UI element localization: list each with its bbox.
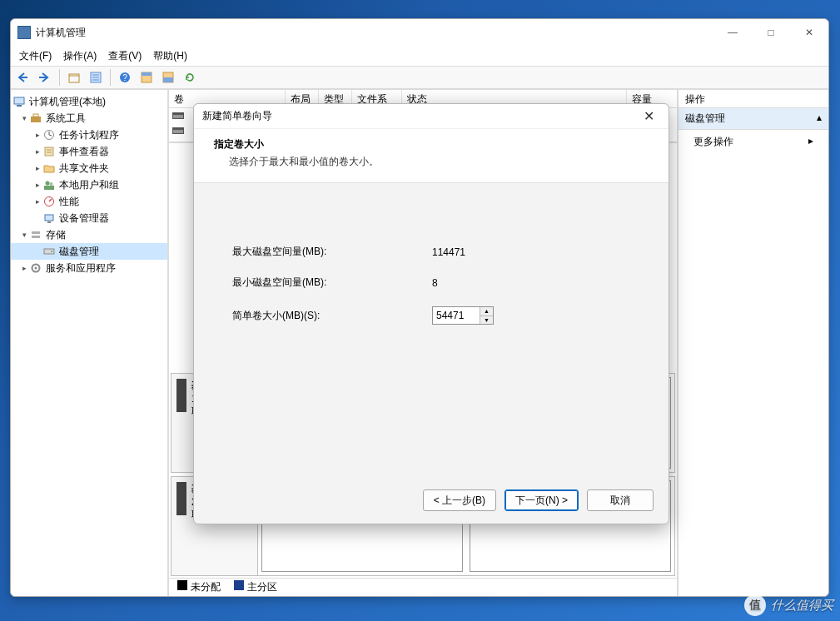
max-size-value: 114471	[432, 246, 630, 258]
svg-rect-25	[32, 231, 40, 234]
spin-up-button[interactable]: ▲	[480, 307, 493, 316]
perf-icon	[42, 195, 56, 208]
wizard-dialog: 新建简单卷向导 ✕ 指定卷大小 选择介于最大和最小值的卷大小。 最大磁盘空间量(…	[193, 103, 669, 524]
toolbar-refresh-icon[interactable]	[181, 68, 199, 87]
svg-rect-12	[17, 105, 22, 107]
event-icon	[42, 145, 56, 158]
chevron-down-icon[interactable]: ▾	[19, 114, 29, 122]
svg-point-20	[50, 182, 53, 186]
maximize-button[interactable]: □	[752, 20, 790, 45]
svg-rect-13	[31, 117, 41, 122]
svg-rect-10	[163, 77, 173, 82]
dialog-title: 新建简单卷向导	[202, 109, 272, 123]
svg-rect-21	[44, 186, 54, 190]
legend-unallocated-icon	[177, 580, 187, 590]
volume-size-spinner[interactable]: ▲ ▼	[432, 306, 494, 325]
tree-task[interactable]: ▸任务计划程序	[11, 127, 167, 143]
chevron-right-icon[interactable]: ▸	[32, 197, 42, 206]
tree-users[interactable]: ▸本地用户和组	[11, 176, 167, 193]
folder-share-icon	[42, 161, 56, 175]
tree-event[interactable]: ▸事件查看器	[11, 143, 167, 160]
menu-view[interactable]: 查看(V)	[103, 47, 147, 65]
toolbar: ?	[11, 66, 828, 89]
svg-rect-8	[142, 72, 152, 76]
minimize-button[interactable]: —	[713, 20, 752, 45]
tree-systools[interactable]: ▾系统工具	[11, 110, 167, 127]
dialog-footer: < 上一步(B) 下一页(N) > 取消	[194, 477, 669, 524]
max-size-label: 最大磁盘空间量(MB):	[232, 245, 432, 259]
toolbar-help-icon[interactable]: ?	[116, 68, 134, 87]
dialog-heading: 指定卷大小	[214, 137, 649, 152]
toolbar-view1-icon[interactable]	[137, 68, 156, 87]
cancel-button[interactable]: 取消	[587, 489, 654, 511]
toolbar-view2-icon[interactable]	[159, 68, 177, 87]
services-icon	[29, 261, 42, 275]
window-title: 计算机管理	[36, 26, 86, 40]
dialog-titlebar: 新建简单卷向导 ✕	[194, 104, 669, 129]
disk-icon	[42, 245, 56, 258]
svg-text:?: ?	[122, 73, 127, 82]
computer-icon	[12, 95, 26, 108]
chevron-right-icon[interactable]: ▸	[32, 181, 42, 189]
next-button[interactable]: 下一页(N) >	[504, 489, 579, 511]
app-icon	[17, 26, 31, 39]
chevron-right-icon[interactable]: ▸	[32, 164, 42, 172]
dialog-header: 指定卷大小 选择介于最大和最小值的卷大小。	[194, 129, 669, 183]
actions-more[interactable]: 更多操作▸	[678, 130, 828, 154]
tree-perf[interactable]: ▸性能	[11, 193, 167, 210]
tree-storage[interactable]: ▾存储	[11, 226, 167, 243]
toolbar-props-icon[interactable]	[87, 68, 105, 87]
chevron-down-icon[interactable]: ▾	[19, 231, 29, 239]
menu-file[interactable]: 文件(F)	[14, 47, 57, 65]
svg-point-28	[51, 251, 52, 252]
min-size-label: 最小磁盘空间量(MB):	[232, 276, 432, 290]
users-icon	[42, 178, 56, 191]
clock-icon	[42, 128, 56, 142]
chevron-right-icon: ▸	[808, 135, 813, 149]
nav-back-button[interactable]	[14, 68, 32, 87]
spin-down-button[interactable]: ▼	[480, 316, 493, 325]
svg-rect-27	[44, 249, 54, 254]
min-size-value: 8	[432, 277, 630, 289]
toolbar-up-icon[interactable]	[65, 68, 83, 87]
device-icon	[42, 211, 56, 225]
titlebar: 计算机管理 — □ ✕	[11, 19, 828, 46]
dialog-close-button[interactable]: ✕	[637, 108, 660, 124]
svg-rect-24	[47, 221, 51, 223]
tree-share[interactable]: ▸共享文件夹	[11, 160, 167, 176]
dialog-body: 最大磁盘空间量(MB): 114471 最小磁盘空间量(MB): 8 简单卷大小…	[194, 183, 669, 477]
svg-rect-11	[14, 97, 24, 104]
svg-rect-23	[45, 215, 53, 221]
close-button[interactable]: ✕	[790, 20, 828, 45]
watermark-icon: 值	[744, 594, 766, 616]
chevron-up-icon: ▴	[817, 112, 822, 126]
tree-diskmgmt[interactable]: 磁盘管理	[11, 243, 167, 260]
toolbox-icon	[29, 112, 42, 125]
svg-rect-26	[32, 236, 40, 238]
nav-forward-button[interactable]	[36, 68, 54, 87]
svg-point-30	[35, 267, 37, 270]
nav-tree[interactable]: 计算机管理(本地) ▾系统工具 ▸任务计划程序 ▸事件查看器 ▸共享文件夹 ▸本…	[11, 90, 169, 596]
actions-header: 操作	[678, 90, 828, 108]
menu-help[interactable]: 帮助(H)	[148, 47, 192, 65]
legend: 未分配 主分区	[169, 578, 677, 596]
svg-point-19	[46, 181, 50, 186]
tree-devmgr[interactable]: 设备管理器	[11, 210, 167, 226]
actions-group[interactable]: 磁盘管理▴	[678, 108, 828, 130]
svg-rect-16	[45, 147, 53, 156]
storage-icon	[29, 228, 42, 241]
chevron-right-icon[interactable]: ▸	[32, 131, 42, 139]
chevron-right-icon[interactable]: ▸	[19, 264, 29, 272]
svg-rect-14	[33, 114, 38, 117]
legend-primary-icon	[234, 580, 244, 590]
chevron-right-icon[interactable]: ▸	[32, 147, 42, 156]
volume-size-label: 简单卷大小(MB)(S):	[232, 309, 432, 323]
volume-size-input[interactable]	[433, 307, 480, 324]
watermark: 值 什么值得买	[744, 594, 833, 616]
tree-services[interactable]: ▸服务和应用程序	[11, 260, 167, 276]
tree-root[interactable]: 计算机管理(本地)	[11, 93, 167, 110]
actions-pane: 操作 磁盘管理▴ 更多操作▸	[678, 90, 828, 596]
menu-action[interactable]: 操作(A)	[58, 47, 102, 65]
dialog-subheading: 选择介于最大和最小值的卷大小。	[214, 155, 649, 169]
back-button[interactable]: < 上一步(B)	[423, 489, 496, 511]
